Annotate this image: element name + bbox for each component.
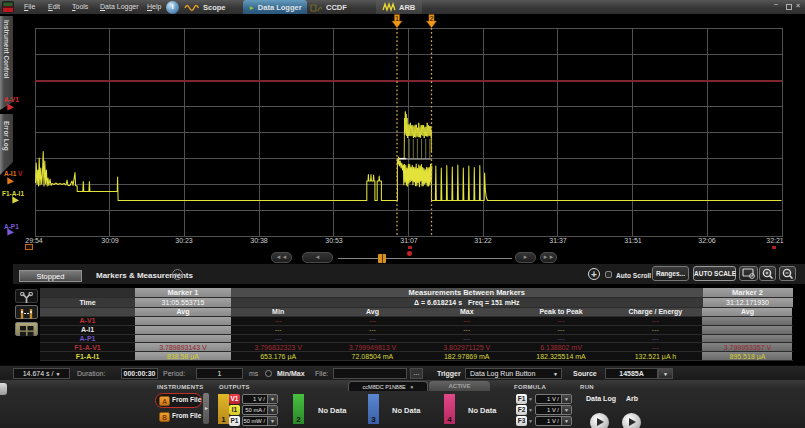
svg-text:2: 2 [430, 15, 434, 22]
svg-text:1: 1 [395, 15, 399, 22]
